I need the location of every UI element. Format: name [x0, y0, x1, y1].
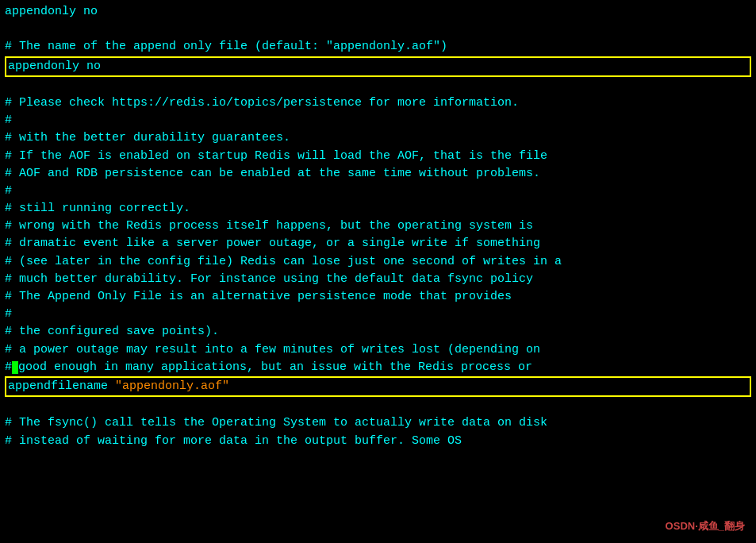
line-25: # instead of waiting for more data in th…: [5, 433, 751, 450]
watermark: OSDN·咸鱼_翻身: [662, 517, 748, 536]
line-11: #: [5, 183, 751, 200]
line-8: # with the better durability guarantees.: [5, 129, 751, 147]
line-23: [5, 397, 751, 414]
line-4-highlighted: appendonly no: [5, 56, 751, 77]
line-24: # The fsync() call tells the Operating S…: [5, 414, 751, 432]
cursor: [12, 361, 18, 374]
line-21: #good enough in many applications, but a…: [5, 359, 751, 376]
line-19: # the configured save points).: [5, 323, 751, 341]
line-12: # still running correctly.: [5, 200, 751, 218]
line-10: # AOF and RDB persistence can be enabled…: [5, 165, 751, 183]
line-9: # If the AOF is enabled on startup Redis…: [5, 148, 751, 165]
line-22-highlighted: appendfilename "appendonly.aof": [5, 376, 751, 397]
line-20: # a power outage may result into a few m…: [5, 341, 751, 359]
line-18: #: [5, 306, 751, 323]
line-3: # The name of the append only file (defa…: [5, 38, 751, 56]
line-15: # (see later in the config file) Redis c…: [5, 253, 751, 271]
line-6: # Please check https://redis.io/topics/p…: [5, 94, 751, 112]
terminal: appendonly no # The name of the append o…: [0, 0, 756, 543]
line-13: # wrong with the Redis process itself ha…: [5, 218, 751, 235]
line-2: [5, 21, 751, 38]
line-5: [5, 77, 751, 94]
line-1: appendonly no: [5, 3, 751, 21]
line-16: # much better durability. For instance u…: [5, 271, 751, 288]
line-7: #: [5, 112, 751, 129]
line-17: # The Append Only File is an alternative…: [5, 288, 751, 306]
line-14: # dramatic event like a server power out…: [5, 235, 751, 252]
